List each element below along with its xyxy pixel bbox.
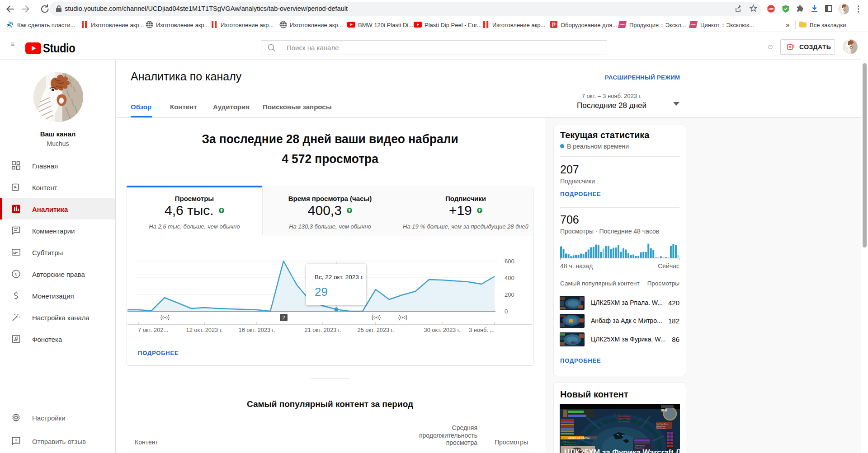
svg-text:ЖЕЛЕЗНАЯ ХВАТКА: ЖЕЛЕЗНАЯ ХВАТКА	[568, 437, 590, 439]
svg-text:+ 2345 Исцеление: + 2345 Исцеление	[561, 441, 577, 443]
svg-text:Узор не цель: Узор не цель	[618, 415, 630, 417]
svg-text:0: 0	[505, 308, 508, 315]
svg-text:16 окт. 2023 г.: 16 окт. 2023 г.	[239, 327, 275, 333]
svg-text:Узор не цель: Узор не цель	[618, 420, 630, 423]
svg-text:25 окт. 2023 г.: 25 окт. 2023 г.	[358, 327, 394, 333]
svg-text:600: 600	[505, 258, 514, 265]
svg-text:200: 200	[505, 291, 514, 298]
svg-text:7 окт. 202...: 7 окт. 202...	[138, 327, 168, 333]
svg-text:Полный заряд: Полный заряд	[656, 427, 665, 429]
svg-text:3 нояб. ...: 3 нояб. ...	[469, 327, 495, 333]
svg-text:30 окт. 2023 г.: 30 окт. 2023 г.	[424, 327, 461, 333]
svg-text:+ 1892 Исцеление: + 1892 Исцеление	[561, 444, 577, 446]
svg-text:400: 400	[505, 275, 514, 281]
svg-text:P: P	[552, 22, 556, 28]
svg-text:ЦЛК25ХМ за Фурика Warcraft Л..: ЦЛК25ХМ за Фурика Warcraft Л...	[564, 448, 680, 453]
svg-text:c: c	[15, 271, 18, 276]
svg-text:Узор от части: Узор от части	[618, 418, 631, 420]
svg-text:Вам Обман Маны: Вам Обман Маны	[656, 423, 668, 425]
svg-text:12 окт. 2023 г.: 12 окт. 2023 г.	[186, 327, 223, 333]
svg-text:Духовной год: Духовной год	[656, 425, 665, 427]
svg-text:ABP: ABP	[769, 8, 774, 10]
svg-text:2: 2	[282, 315, 285, 320]
svg-text:Лорд Маррогар: Лорд Маррогар	[635, 445, 645, 447]
svg-text:21 окт. 2023 г.: 21 окт. 2023 г.	[305, 327, 341, 333]
